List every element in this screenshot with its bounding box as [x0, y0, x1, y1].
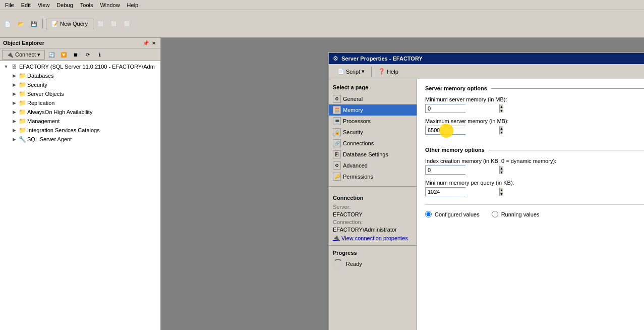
new-query-button[interactable]: 📝 New Query [46, 19, 93, 29]
index-creation-spin-buttons: ▲ ▼ [499, 166, 503, 174]
management-folder-icon: 📁 [18, 117, 26, 125]
tree-item-sql-agent[interactable]: ▶ 🔧 SQL Server Agent [0, 135, 160, 144]
toolbar-btn-1[interactable]: ⬜ [95, 19, 106, 29]
security-folder-icon: 📁 [18, 81, 26, 89]
oe-properties-button[interactable]: ℹ [94, 49, 105, 60]
oe-filter-button[interactable]: 🔽 [58, 49, 69, 60]
help-button[interactable]: ❓ Help [374, 66, 403, 77]
tree-item-replication[interactable]: ▶ 📁 Replication [0, 98, 160, 107]
connect-button[interactable]: 🔌 Connect ▾ [2, 50, 45, 60]
security-label: Security [27, 82, 47, 88]
max-memory-down-button[interactable]: ▼ [499, 130, 503, 134]
min-query-down-button[interactable]: ▼ [499, 192, 503, 196]
running-values-radio-item[interactable]: Running values [492, 211, 540, 217]
min-query-input[interactable] [426, 188, 499, 196]
alwayson-toggle[interactable]: ▶ [10, 108, 18, 116]
page-item-security[interactable]: 🔒 Security [329, 127, 417, 138]
progress-status: Ready [346, 261, 362, 267]
menu-tools[interactable]: Tools [77, 1, 96, 9]
main-toolbar: 📄 📂 💾 📝 New Query ⬜ ⬜ ⬜ [0, 10, 644, 38]
save-button[interactable]: 💾 [28, 19, 39, 29]
script-button[interactable]: 📄 Script ▾ [333, 66, 369, 77]
alwayson-folder-icon: 📁 [18, 108, 26, 116]
oe-tree: ▼ 🖥 EFACTORY (SQL Server 11.0.2100 - EFA… [0, 61, 160, 330]
server-node[interactable]: ▼ 🖥 EFACTORY (SQL Server 11.0.2100 - EFA… [0, 62, 160, 71]
oe-pin-button[interactable]: 📌 [142, 39, 149, 46]
connection-server-row: Server: [333, 204, 413, 210]
dialog-title: Server Properties - EFACTORY [341, 56, 423, 62]
min-query-up-button[interactable]: ▲ [499, 188, 503, 192]
configured-values-radio-item[interactable]: Configured values [425, 211, 480, 217]
server-toggle[interactable]: ▼ [2, 63, 10, 71]
page-item-general[interactable]: ⚙ General [329, 93, 417, 104]
page-item-processors[interactable]: 💻 Processors [329, 116, 417, 127]
menu-file[interactable]: File [2, 1, 17, 9]
tree-item-management[interactable]: ▶ 📁 Management [0, 117, 160, 126]
server-objects-toggle[interactable]: ▶ [10, 90, 18, 98]
new-button[interactable]: 📄 [2, 19, 13, 29]
max-memory-input[interactable] [426, 126, 499, 134]
index-creation-input[interactable] [426, 166, 499, 174]
oe-toolbar: 🔌 Connect ▾ 🔄 🔽 ⏹ ⟳ ℹ [0, 48, 160, 61]
advanced-page-icon: ⚙ [333, 161, 341, 170]
db-settings-page-icon: 🗄 [333, 150, 341, 158]
dialog-toolbar: 📄 Script ▾ ❓ Help [329, 64, 644, 79]
index-creation-down-button[interactable]: ▼ [499, 170, 503, 174]
tree-item-server-objects[interactable]: ▶ 📁 Server Objects [0, 89, 160, 98]
replication-folder-icon: 📁 [18, 99, 26, 107]
dialog-titlebar: ⚙ Server Properties - EFACTORY ─ □ ✕ [329, 53, 644, 64]
sql-agent-icon: 🔧 [18, 135, 26, 143]
menu-window[interactable]: Window [97, 1, 123, 9]
view-connection-properties-link[interactable]: 🔌 View connection properties [333, 235, 413, 241]
management-toggle[interactable]: ▶ [10, 117, 18, 125]
connection-label: Connection [333, 195, 413, 201]
running-values-label: Running values [501, 211, 540, 217]
databases-toggle[interactable]: ▶ [10, 72, 18, 80]
max-memory-spin-buttons: ▲ ▼ [499, 126, 503, 134]
server-objects-label: Server Objects [27, 91, 64, 97]
progress-section: Progress Ready [329, 245, 417, 273]
open-button[interactable]: 📂 [15, 19, 26, 29]
sql-agent-toggle[interactable]: ▶ [10, 135, 18, 143]
menu-edit[interactable]: Edit [18, 1, 34, 9]
page-item-database-settings[interactable]: 🗄 Database Settings [329, 149, 417, 160]
min-memory-label: Minimum server memory (in MB): [425, 96, 644, 102]
page-item-advanced[interactable]: ⚙ Advanced [329, 160, 417, 171]
page-item-connections[interactable]: 🔗 Connections [329, 138, 417, 149]
oe-stop-button[interactable]: ⏹ [70, 49, 81, 60]
management-label: Management [27, 118, 60, 124]
max-memory-up-button[interactable]: ▲ [499, 126, 503, 130]
menu-view[interactable]: View [35, 1, 53, 9]
replication-toggle[interactable]: ▶ [10, 99, 18, 107]
connection-server-value: EFACTORY [333, 211, 363, 217]
index-creation-up-button[interactable]: ▲ [499, 166, 503, 170]
connection-conn-value-row: EFACTORY\Administrator [333, 227, 413, 233]
configured-values-radio[interactable] [425, 211, 432, 217]
security-page-icon: 🔒 [333, 128, 341, 136]
tree-item-alwayson[interactable]: ▶ 📁 AlwaysOn High Availability [0, 107, 160, 117]
menu-debug[interactable]: Debug [53, 1, 76, 9]
running-values-radio[interactable] [492, 211, 498, 217]
oe-close-button[interactable]: ✕ [150, 39, 157, 46]
tree-item-databases[interactable]: ▶ 📁 Databases [0, 71, 160, 80]
min-query-label: Minimum memory per query (in KB): [425, 180, 644, 186]
security-toggle[interactable]: ▶ [10, 81, 18, 89]
tree-item-security[interactable]: ▶ 📁 Security [0, 80, 160, 89]
tree-item-integration[interactable]: ▶ 📁 Integration Services Catalogs [0, 126, 160, 135]
min-memory-up-button[interactable]: ▲ [499, 104, 503, 108]
min-memory-down-button[interactable]: ▼ [499, 108, 503, 113]
server-memory-section-header: Server memory options [425, 85, 644, 91]
min-memory-input[interactable] [426, 104, 499, 113]
oe-sync-button[interactable]: ⟳ [82, 49, 93, 60]
integration-toggle[interactable]: ▶ [10, 126, 18, 134]
toolbar-btn-3[interactable]: ⬜ [122, 19, 133, 29]
page-item-memory[interactable]: 🧮 Memory [329, 104, 417, 116]
toolbar-btn-2[interactable]: ⬜ [108, 19, 120, 29]
menu-help[interactable]: Help [124, 1, 142, 9]
main-layout: Object Explorer 📌 ✕ 🔌 Connect ▾ 🔄 🔽 ⏹ ⟳ … [0, 38, 644, 330]
oe-refresh-button[interactable]: 🔄 [46, 49, 57, 60]
page-item-permissions[interactable]: 🔑 Permissions [329, 171, 417, 182]
index-creation-input-group: ▲ ▼ [425, 166, 465, 175]
configured-values-label: Configured values [435, 211, 480, 217]
server-properties-dialog: ⚙ Server Properties - EFACTORY ─ □ ✕ 📄 S… [328, 52, 644, 330]
